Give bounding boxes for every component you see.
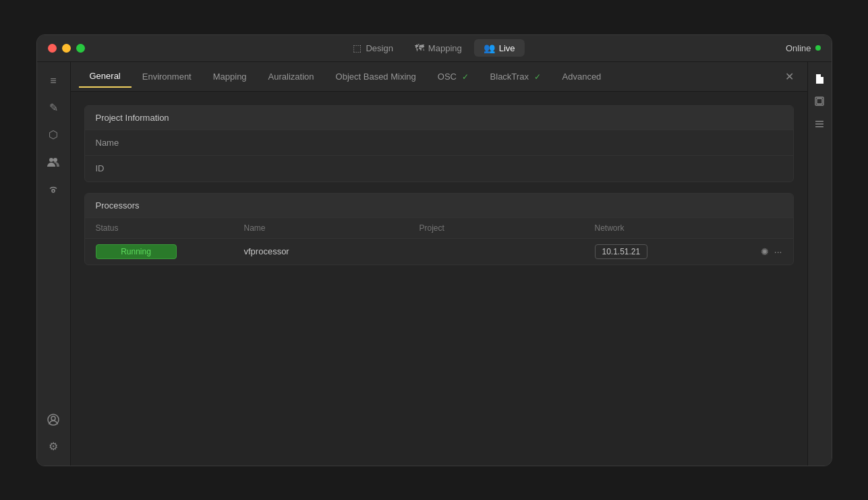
- row-actions: ✺ ···: [761, 246, 782, 257]
- project-information-section: Project Information Name ID: [84, 105, 794, 182]
- blacktrax-check-icon: ✓: [534, 72, 541, 82]
- fullscreen-button[interactable]: [76, 44, 85, 53]
- tab-environment-label: Environment: [142, 72, 192, 82]
- right-icon-document[interactable]: [810, 69, 829, 88]
- project-name-label: Name: [96, 138, 150, 148]
- layers-icon: [814, 96, 825, 107]
- processors-header: Processors: [85, 194, 793, 218]
- project-information-title: Project Information: [96, 113, 169, 123]
- sidebar-bottom: ⚙: [41, 408, 65, 459]
- sidebar: ≡ ✎ ⬡: [37, 62, 71, 466]
- tab-advanced[interactable]: Advanced: [552, 66, 612, 87]
- table-header: Status Name Project Network: [85, 218, 793, 239]
- sidebar-icon-pencil[interactable]: ✎: [41, 96, 65, 120]
- tab-live[interactable]: 👥 Live: [474, 39, 525, 57]
- live-icon: 👥: [484, 43, 495, 53]
- mapping-tab-label: Mapping: [428, 43, 462, 53]
- project-name-row: Name: [85, 130, 793, 156]
- main-window: ⬚ Design 🗺 Mapping 👥 Live Online ≡ ✎ ⬡: [36, 34, 832, 466]
- header-name: Name: [244, 223, 419, 233]
- close-button[interactable]: [48, 44, 57, 53]
- user-profile-icon: [47, 414, 59, 426]
- titlebar: ⬚ Design 🗺 Mapping 👥 Live Online: [37, 35, 832, 62]
- processors-section: Processors Status Name Project Network R…: [84, 193, 794, 265]
- main-content: ≡ ✎ ⬡: [37, 62, 832, 466]
- tab-osc-label: OSC: [438, 72, 457, 82]
- project-information-header: Project Information: [85, 106, 793, 130]
- tab-mapping[interactable]: Mapping: [202, 66, 258, 87]
- sidebar-icon-settings[interactable]: ⚙: [41, 435, 65, 459]
- tab-content-general: Project Information Name ID Processors: [71, 92, 807, 466]
- svg-point-0: [49, 158, 53, 162]
- tab-object-based-mixing[interactable]: Object Based Mixing: [325, 66, 427, 87]
- live-tab-label: Live: [499, 43, 515, 53]
- osc-check-icon: ✓: [462, 72, 469, 82]
- minimize-button[interactable]: [62, 44, 71, 53]
- online-label: Online: [786, 43, 811, 53]
- row-status: Running: [96, 244, 244, 259]
- status-badge: Running: [96, 244, 177, 259]
- tab-object-based-mixing-label: Object Based Mixing: [336, 72, 416, 82]
- row-name: vfprocessor: [244, 246, 419, 256]
- right-icon-layers[interactable]: [810, 92, 829, 111]
- tab-design[interactable]: ⬚ Design: [343, 39, 402, 57]
- network-badge: 10.1.51.21: [595, 244, 648, 259]
- mapping-icon: 🗺: [415, 43, 424, 53]
- sidebar-icon-users[interactable]: [41, 150, 65, 174]
- sidebar-icon-menu[interactable]: ≡: [41, 69, 65, 93]
- tab-environment[interactable]: Environment: [132, 66, 202, 87]
- processors-title: Processors: [96, 200, 140, 211]
- broadcast-icon: [47, 183, 59, 195]
- design-tab-label: Design: [366, 43, 393, 53]
- processors-table: Status Name Project Network Running vfpr…: [85, 218, 793, 265]
- content-panel: General Environment Mapping Auralization…: [71, 62, 807, 466]
- tab-blacktrax-label: BlackTrax: [490, 72, 529, 82]
- tab-mapping[interactable]: 🗺 Mapping: [405, 39, 471, 57]
- tab-auralization[interactable]: Auralization: [258, 66, 325, 87]
- sidebar-icon-cube[interactable]: ⬡: [41, 123, 65, 147]
- sidebar-icon-user-profile[interactable]: [41, 408, 65, 432]
- tab-auralization-label: Auralization: [268, 72, 314, 82]
- tab-osc[interactable]: OSC ✓: [427, 66, 480, 87]
- svg-point-1: [53, 158, 57, 162]
- sidebar-icon-broadcast[interactable]: [41, 177, 65, 201]
- traffic-lights: [48, 44, 85, 53]
- right-icon-list[interactable]: [810, 115, 829, 134]
- row-network: 10.1.51.21 ✺ ···: [595, 244, 782, 259]
- header-project: Project: [419, 223, 595, 233]
- users-icon: [47, 157, 59, 167]
- table-row: Running vfprocessor 10.1.51.21 ✺ ···: [85, 239, 793, 265]
- svg-rect-6: [817, 99, 822, 104]
- tab-mapping-label: Mapping: [213, 72, 247, 82]
- tab-blacktrax[interactable]: BlackTrax ✓: [480, 66, 552, 87]
- tab-general[interactable]: General: [79, 65, 132, 88]
- settings-action-icon[interactable]: ✺: [761, 246, 769, 257]
- header-network: Network: [595, 223, 782, 233]
- svg-rect-9: [815, 126, 823, 128]
- status-indicator: Online: [786, 43, 821, 53]
- design-icon: ⬚: [353, 43, 361, 53]
- list-icon: [814, 119, 825, 130]
- tab-advanced-label: Advanced: [562, 72, 602, 82]
- tab-bar: General Environment Mapping Auralization…: [71, 62, 807, 92]
- project-id-row: ID: [85, 156, 793, 182]
- svg-rect-7: [815, 121, 823, 122]
- status-dot: [815, 45, 821, 51]
- more-action-icon[interactable]: ···: [774, 246, 782, 257]
- svg-rect-8: [815, 123, 823, 125]
- document-icon: [814, 73, 825, 84]
- titlebar-tabs: ⬚ Design 🗺 Mapping 👥 Live: [343, 39, 524, 57]
- header-status: Status: [96, 223, 244, 233]
- project-id-label: ID: [96, 163, 150, 173]
- tab-close-button[interactable]: ✕: [780, 67, 799, 86]
- svg-point-4: [51, 416, 55, 420]
- right-panel: [807, 62, 832, 466]
- tab-general-label: General: [90, 71, 121, 81]
